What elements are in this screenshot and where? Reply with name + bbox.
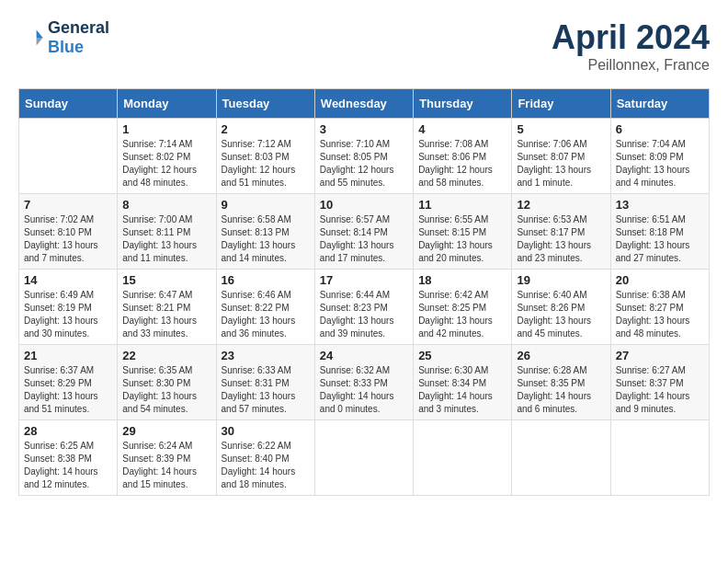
day-info: Sunrise: 6:40 AMSunset: 8:26 PMDaylight:… <box>517 289 605 340</box>
day-info: Sunrise: 7:12 AMSunset: 8:03 PMDaylight:… <box>222 138 310 190</box>
day-info: Sunrise: 6:49 AMSunset: 8:19 PMDaylight:… <box>24 289 112 340</box>
table-row: 2Sunrise: 7:12 AMSunset: 8:03 PMDaylight… <box>216 119 314 194</box>
day-info: Sunrise: 7:10 AMSunset: 8:05 PMDaylight:… <box>320 138 408 190</box>
day-info: Sunrise: 6:28 AMSunset: 8:35 PMDaylight:… <box>517 364 605 416</box>
col-monday: Monday <box>118 89 216 119</box>
day-number: 13 <box>616 198 704 212</box>
day-info: Sunrise: 6:30 AMSunset: 8:34 PMDaylight:… <box>418 364 506 416</box>
table-row: 25Sunrise: 6:30 AMSunset: 8:34 PMDayligh… <box>414 345 512 420</box>
day-number: 1 <box>122 122 210 136</box>
table-row: 27Sunrise: 6:27 AMSunset: 8:37 PMDayligh… <box>610 345 709 420</box>
day-number: 4 <box>418 122 506 136</box>
logo-icon <box>18 25 44 51</box>
page-header: General Blue April 2024 Peillonnex, Fran… <box>18 18 710 74</box>
day-info: Sunrise: 6:44 AMSunset: 8:23 PMDaylight:… <box>320 289 408 340</box>
table-row: 12Sunrise: 6:53 AMSunset: 8:17 PMDayligh… <box>512 194 610 270</box>
calendar-week-row: 1Sunrise: 7:14 AMSunset: 8:02 PMDaylight… <box>19 119 710 194</box>
svg-marker-0 <box>37 30 43 38</box>
table-row: 30Sunrise: 6:22 AMSunset: 8:40 PMDayligh… <box>216 420 314 496</box>
day-number: 5 <box>517 122 605 136</box>
table-row <box>512 420 610 496</box>
day-number: 28 <box>24 424 112 438</box>
calendar-week-row: 28Sunrise: 6:25 AMSunset: 8:38 PMDayligh… <box>19 420 710 496</box>
day-info: Sunrise: 6:51 AMSunset: 8:18 PMDaylight:… <box>616 213 704 265</box>
calendar-week-row: 7Sunrise: 7:02 AMSunset: 8:10 PMDaylight… <box>19 194 710 270</box>
logo-text-general: General <box>48 18 109 38</box>
day-info: Sunrise: 7:14 AMSunset: 8:02 PMDaylight:… <box>122 138 210 190</box>
day-number: 7 <box>24 198 112 212</box>
table-row: 13Sunrise: 6:51 AMSunset: 8:18 PMDayligh… <box>610 194 709 270</box>
table-row: 28Sunrise: 6:25 AMSunset: 8:38 PMDayligh… <box>19 420 118 496</box>
title-section: April 2024 Peillonnex, France <box>552 18 710 74</box>
day-info: Sunrise: 6:24 AMSunset: 8:39 PMDaylight:… <box>122 440 210 491</box>
day-number: 24 <box>320 349 408 362</box>
day-number: 19 <box>517 273 605 287</box>
table-row <box>610 420 709 496</box>
day-number: 29 <box>122 424 210 438</box>
day-info: Sunrise: 6:38 AMSunset: 8:27 PMDaylight:… <box>616 289 704 340</box>
col-thursday: Thursday <box>414 89 512 119</box>
month-title: April 2024 <box>552 18 710 57</box>
day-info: Sunrise: 6:55 AMSunset: 8:15 PMDaylight:… <box>418 213 506 265</box>
logo-text-blue: Blue <box>48 38 109 57</box>
day-number: 17 <box>320 273 408 287</box>
col-saturday: Saturday <box>610 89 709 119</box>
day-info: Sunrise: 6:27 AMSunset: 8:37 PMDaylight:… <box>616 364 704 416</box>
day-number: 10 <box>320 198 408 212</box>
table-row: 3Sunrise: 7:10 AMSunset: 8:05 PMDaylight… <box>314 119 413 194</box>
day-number: 21 <box>24 349 112 362</box>
day-info: Sunrise: 6:47 AMSunset: 8:21 PMDaylight:… <box>122 289 210 340</box>
table-row: 5Sunrise: 7:06 AMSunset: 8:07 PMDaylight… <box>512 119 610 194</box>
table-row: 19Sunrise: 6:40 AMSunset: 8:26 PMDayligh… <box>512 270 610 345</box>
svg-marker-1 <box>37 38 43 45</box>
day-number: 15 <box>122 273 210 287</box>
table-row: 26Sunrise: 6:28 AMSunset: 8:35 PMDayligh… <box>512 345 610 420</box>
day-number: 26 <box>517 349 605 362</box>
day-info: Sunrise: 7:02 AMSunset: 8:10 PMDaylight:… <box>24 213 112 265</box>
col-wednesday: Wednesday <box>314 89 413 119</box>
day-number: 27 <box>616 349 704 362</box>
table-row: 17Sunrise: 6:44 AMSunset: 8:23 PMDayligh… <box>314 270 413 345</box>
table-row: 4Sunrise: 7:08 AMSunset: 8:06 PMDaylight… <box>414 119 512 194</box>
col-tuesday: Tuesday <box>216 89 314 119</box>
table-row: 18Sunrise: 6:42 AMSunset: 8:25 PMDayligh… <box>414 270 512 345</box>
day-info: Sunrise: 6:42 AMSunset: 8:25 PMDaylight:… <box>418 289 506 340</box>
table-row: 1Sunrise: 7:14 AMSunset: 8:02 PMDaylight… <box>118 119 216 194</box>
logo: General Blue <box>18 18 109 57</box>
day-number: 23 <box>222 349 310 362</box>
day-number: 14 <box>24 273 112 287</box>
table-row: 11Sunrise: 6:55 AMSunset: 8:15 PMDayligh… <box>414 194 512 270</box>
day-number: 25 <box>418 349 506 362</box>
day-info: Sunrise: 6:33 AMSunset: 8:31 PMDaylight:… <box>222 364 310 416</box>
day-info: Sunrise: 6:37 AMSunset: 8:29 PMDaylight:… <box>24 364 112 416</box>
table-row <box>414 420 512 496</box>
calendar-header-row: Sunday Monday Tuesday Wednesday Thursday… <box>19 89 710 119</box>
day-info: Sunrise: 7:00 AMSunset: 8:11 PMDaylight:… <box>122 213 210 265</box>
table-row: 24Sunrise: 6:32 AMSunset: 8:33 PMDayligh… <box>314 345 413 420</box>
table-row: 22Sunrise: 6:35 AMSunset: 8:30 PMDayligh… <box>118 345 216 420</box>
table-row: 6Sunrise: 7:04 AMSunset: 8:09 PMDaylight… <box>610 119 709 194</box>
day-info: Sunrise: 6:32 AMSunset: 8:33 PMDaylight:… <box>320 364 408 416</box>
day-info: Sunrise: 6:35 AMSunset: 8:30 PMDaylight:… <box>122 364 210 416</box>
day-number: 2 <box>222 122 310 136</box>
day-info: Sunrise: 7:06 AMSunset: 8:07 PMDaylight:… <box>517 138 605 190</box>
day-number: 30 <box>222 424 310 438</box>
col-sunday: Sunday <box>19 89 118 119</box>
table-row: 8Sunrise: 7:00 AMSunset: 8:11 PMDaylight… <box>118 194 216 270</box>
table-row: 15Sunrise: 6:47 AMSunset: 8:21 PMDayligh… <box>118 270 216 345</box>
table-row <box>314 420 413 496</box>
location: Peillonnex, France <box>552 57 710 74</box>
day-number: 8 <box>122 198 210 212</box>
day-number: 6 <box>616 122 704 136</box>
table-row: 10Sunrise: 6:57 AMSunset: 8:14 PMDayligh… <box>314 194 413 270</box>
day-info: Sunrise: 6:57 AMSunset: 8:14 PMDaylight:… <box>320 213 408 265</box>
day-info: Sunrise: 6:25 AMSunset: 8:38 PMDaylight:… <box>24 440 112 491</box>
day-number: 22 <box>122 349 210 362</box>
calendar-week-row: 14Sunrise: 6:49 AMSunset: 8:19 PMDayligh… <box>19 270 710 345</box>
day-info: Sunrise: 7:08 AMSunset: 8:06 PMDaylight:… <box>418 138 506 190</box>
col-friday: Friday <box>512 89 610 119</box>
day-number: 3 <box>320 122 408 136</box>
calendar-week-row: 21Sunrise: 6:37 AMSunset: 8:29 PMDayligh… <box>19 345 710 420</box>
day-info: Sunrise: 7:04 AMSunset: 8:09 PMDaylight:… <box>616 138 704 190</box>
day-info: Sunrise: 6:22 AMSunset: 8:40 PMDaylight:… <box>222 440 310 491</box>
